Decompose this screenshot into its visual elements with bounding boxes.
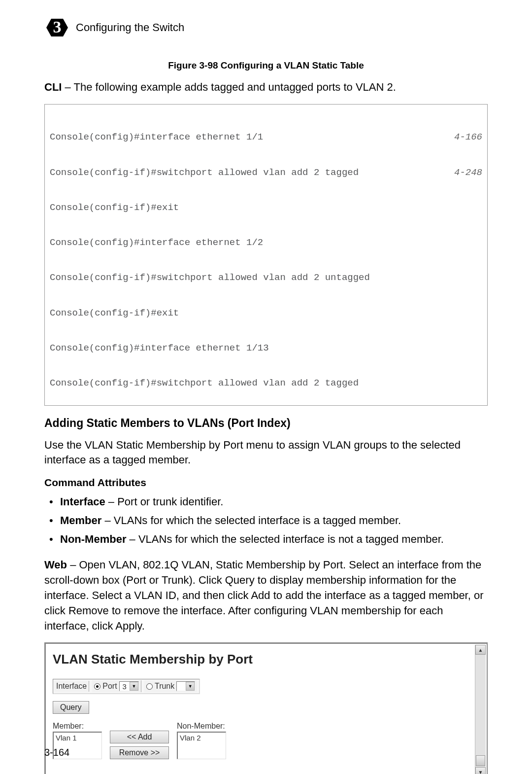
web-text: – Open VLAN, 802.1Q VLAN, Static Members… xyxy=(44,559,484,632)
port-radio-label: Port xyxy=(102,682,117,691)
trunk-radio-label: Trunk xyxy=(155,682,174,691)
interface-label-cell: Interface xyxy=(54,681,89,692)
nonmember-list-item[interactable]: Vlan 2 xyxy=(180,734,224,742)
port-radio[interactable] xyxy=(94,683,100,690)
port-select-value: 3 xyxy=(120,682,130,691)
port-select[interactable]: 3 ▼ xyxy=(119,681,139,691)
scrollbar-track[interactable] xyxy=(475,655,486,767)
member-transfer-area: Member: Vlan 1 << Add Remove >> Non-Memb… xyxy=(53,722,478,759)
attr-interface-rest: – Port or trunk identifier. xyxy=(105,495,224,508)
vertical-scrollbar[interactable]: ▲ ▼ xyxy=(475,645,486,774)
scrollbar-thumb[interactable] xyxy=(476,755,485,766)
ui-panel: VLAN Static Membership by Port Interface… xyxy=(46,644,487,774)
cli1-intro: CLI – The following example adds tagged … xyxy=(44,80,488,95)
command-attributes-list: Interface – Port or trunk identifier. Me… xyxy=(46,493,488,548)
transfer-buttons: << Add Remove >> xyxy=(110,731,169,759)
code1-r1: 4-248 xyxy=(454,167,482,179)
list-item: Interface – Port or trunk identifier. xyxy=(46,493,488,510)
web-label: Web xyxy=(44,559,67,571)
interface-selector-row: Interface Port 3 ▼ Trunk ▼ xyxy=(53,679,200,694)
figure-98-caption: Figure 3-98 Configuring a VLAN Static Ta… xyxy=(44,60,488,71)
nonmember-column: Non-Member: Vlan 2 xyxy=(177,722,226,759)
cli1-label: CLI xyxy=(44,81,62,93)
attr-interface-bold: Interface xyxy=(60,495,105,508)
code1-l0: Console(config)#interface ethernet 1/1 xyxy=(50,132,263,143)
nonmember-listbox[interactable]: Vlan 2 xyxy=(177,732,226,759)
chevron-down-icon[interactable]: ▼ xyxy=(130,682,138,691)
add-button[interactable]: << Add xyxy=(110,731,169,743)
trunk-radio[interactable] xyxy=(146,683,153,690)
list-item: Non-Member – VLANs for which the selecte… xyxy=(46,531,488,548)
interface-label: Interface xyxy=(56,682,87,691)
chapter-number-icon: 3 xyxy=(44,15,70,40)
remove-button[interactable]: Remove >> xyxy=(110,746,169,759)
member-list-item[interactable]: Vlan 1 xyxy=(56,734,100,742)
web-para: Web – Open VLAN, 802.1Q VLAN, Static Mem… xyxy=(44,558,488,633)
port-radio-cell[interactable]: Port 3 ▼ xyxy=(92,680,141,692)
ui-title: VLAN Static Membership by Port xyxy=(53,652,478,667)
trunk-radio-cell[interactable]: Trunk ▼ xyxy=(144,680,197,692)
chevron-down-icon[interactable]: ▼ xyxy=(186,682,195,691)
attr-member-bold: Member xyxy=(60,514,101,527)
code1-l5: Console(config-if)#exit xyxy=(50,308,179,319)
code1-l6: Console(config)#interface ethernet 1/13 xyxy=(50,343,269,354)
section-heading-rest: (Port Index) xyxy=(224,417,290,429)
member-label: Member: xyxy=(53,722,102,731)
code1-l7: Console(config-if)#switchport allowed vl… xyxy=(50,378,359,389)
code1-l1: Console(config-if)#switchport allowed vl… xyxy=(50,167,359,179)
code1-r0: 4-166 xyxy=(454,132,482,143)
page-number: 3-164 xyxy=(44,747,69,758)
attr-member-rest: – VLANs for which the selected interface… xyxy=(101,514,401,527)
page-header: 3 Configuring the Switch xyxy=(44,15,488,40)
code1-l4: Console(config-if)#switchport allowed vl… xyxy=(50,272,370,284)
section-para: Use the VLAN Static Membership by Port m… xyxy=(44,438,488,468)
list-item: Member – VLANs for which the selected in… xyxy=(46,512,488,529)
nonmember-label: Non-Member: xyxy=(177,722,226,731)
command-attributes-heading: Command Attributes xyxy=(44,477,488,489)
cli1-text: – The following example adds tagged and … xyxy=(62,81,396,93)
section-heading-bold: Adding Static Members to VLANs xyxy=(44,417,224,429)
code1-l3: Console(config)#interface ethernet 1/2 xyxy=(50,237,263,249)
scroll-down-icon[interactable]: ▼ xyxy=(475,767,486,774)
chapter-number-text: 3 xyxy=(53,18,62,36)
query-button[interactable]: Query xyxy=(53,701,89,714)
section-heading: Adding Static Members to VLANs (Port Ind… xyxy=(44,417,488,430)
code1-l2: Console(config-if)#exit xyxy=(50,202,179,214)
attr-nonmember-rest: – VLANs for which the selected interface… xyxy=(126,533,443,545)
attr-nonmember-bold: Non-Member xyxy=(60,533,126,545)
code-block-1: Console(config)#interface ethernet 1/14-… xyxy=(44,104,488,406)
header-title: Configuring the Switch xyxy=(76,21,184,34)
trunk-select[interactable]: ▼ xyxy=(176,681,195,691)
scroll-up-icon[interactable]: ▲ xyxy=(475,645,486,655)
ui-figure-frame: VLAN Static Membership by Port Interface… xyxy=(44,642,488,774)
